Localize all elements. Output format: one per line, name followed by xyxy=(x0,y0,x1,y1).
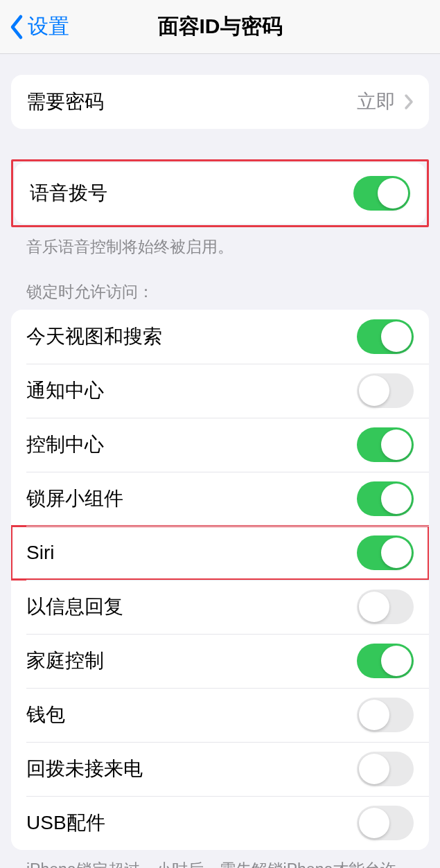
voice-dial-footer: 音乐语音控制将始终被启用。 xyxy=(11,227,429,258)
lock-access-row: 回拨未接来电 xyxy=(11,742,429,796)
lock-access-footer: iPhone锁定超过一小时后，需先解锁iPhone才能允许USB配件连接。 xyxy=(11,850,429,868)
lock-access-label: 今天视图和搜索 xyxy=(26,324,162,350)
lock-access-row: 通知中心 xyxy=(11,364,429,418)
lock-access-toggle[interactable] xyxy=(357,590,414,624)
passcode-group: 需要密码 立即 xyxy=(11,75,429,129)
lock-access-row: 钱包 xyxy=(11,688,429,742)
lock-access-toggle[interactable] xyxy=(357,698,414,732)
lock-access-row: USB配件 xyxy=(11,796,429,850)
lock-access-row: 今天视图和搜索 xyxy=(11,310,429,364)
lock-access-row: Siri xyxy=(11,526,429,580)
lock-access-group: 今天视图和搜索通知中心控制中心锁屏小组件Siri以信息回复家庭控制钱包回拨未接来… xyxy=(11,310,429,868)
lock-access-label: 钱包 xyxy=(26,702,65,728)
require-passcode-label: 需要密码 xyxy=(26,89,104,115)
lock-access-toggle[interactable] xyxy=(357,481,414,516)
lock-access-header: 锁定时允许访问： xyxy=(11,281,429,310)
voice-dial-group: 语音拨号 音乐语音控制将始终被启用。 xyxy=(11,159,429,258)
back-button[interactable]: 设置 xyxy=(0,12,69,41)
lock-access-row: 以信息回复 xyxy=(11,580,429,634)
lock-access-toggle[interactable] xyxy=(357,373,414,408)
lock-access-toggle[interactable] xyxy=(357,752,414,786)
require-passcode-row[interactable]: 需要密码 立即 xyxy=(11,75,429,129)
lock-access-label: 家庭控制 xyxy=(26,648,104,674)
lock-access-toggle[interactable] xyxy=(357,427,414,462)
lock-access-label: Siri xyxy=(26,542,54,564)
lock-access-row: 控制中心 xyxy=(11,418,429,472)
voice-dial-toggle[interactable] xyxy=(353,176,410,211)
lock-access-label: USB配件 xyxy=(26,810,105,836)
lock-access-toggle[interactable] xyxy=(357,644,414,678)
lock-access-row: 家庭控制 xyxy=(11,634,429,688)
voice-dial-row: 语音拨号 xyxy=(15,163,425,224)
lock-access-toggle[interactable] xyxy=(357,535,414,570)
lock-access-label: 以信息回复 xyxy=(26,594,123,620)
lock-access-toggle[interactable] xyxy=(357,319,414,354)
lock-access-label: 锁屏小组件 xyxy=(26,486,123,512)
lock-access-row: 锁屏小组件 xyxy=(11,472,429,526)
lock-access-toggle[interactable] xyxy=(357,806,414,840)
voice-dial-label: 语音拨号 xyxy=(30,180,107,206)
lock-access-label: 通知中心 xyxy=(26,378,104,404)
back-label: 设置 xyxy=(28,12,69,41)
nav-header: 设置 面容ID与密码 xyxy=(0,0,440,54)
chevron-right-icon xyxy=(404,94,414,110)
require-passcode-value: 立即 xyxy=(357,89,396,115)
lock-access-label: 回拨未接来电 xyxy=(26,756,143,782)
lock-access-label: 控制中心 xyxy=(26,432,104,458)
back-chevron-icon xyxy=(8,14,24,40)
page-title: 面容ID与密码 xyxy=(158,12,283,41)
